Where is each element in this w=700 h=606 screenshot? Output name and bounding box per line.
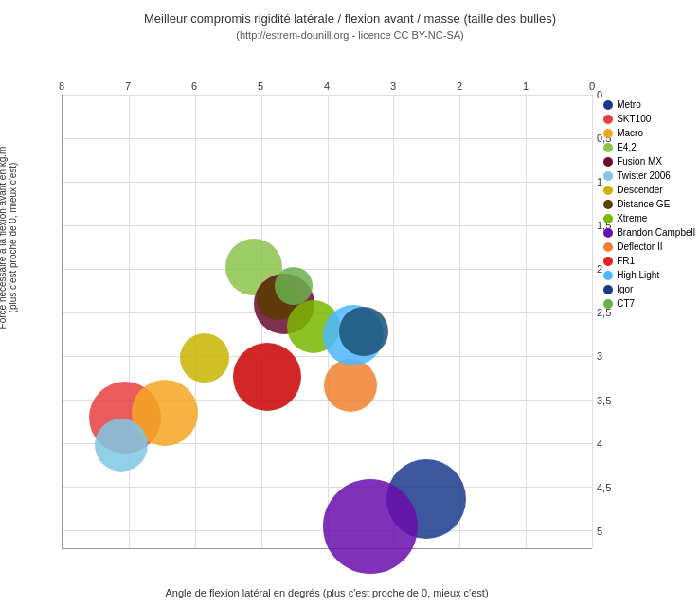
legend-label: SKT100 [617,114,651,124]
legend-dot [603,115,613,124]
legend-item-high-light: High Light [603,270,695,280]
legend-item-metro: Metro [603,99,695,110]
legend-dot [603,257,613,266]
bubble-brandon-campbell [323,479,418,574]
legend-item-deflector-ii: Deflector II [603,241,695,252]
legend-dot [603,299,613,309]
legend-dot [603,129,613,138]
legend-label: Metro [617,99,641,110]
legend-dot [603,285,613,294]
legend-label: Macro [617,128,643,138]
legend-label: Deflector II [617,241,662,252]
legend-label: FR1 [617,256,635,266]
legend-item-twister-2006: Twister 2006 [603,170,695,181]
legend-dot [603,242,613,252]
legend-dot [603,200,613,209]
legend-item-xtreme: Xtreme [603,213,695,223]
y-axis-title: Force necessaire à la flexion avant en k… [0,143,18,332]
legend-dot [603,214,613,223]
legend-label: CT7 [617,298,635,309]
legend-item-ct7: CT7 [603,298,695,309]
bubble-ct7 [275,267,313,305]
legend-dot [603,171,613,181]
chart-container: Meilleur compromis rigidité latérale / f… [0,0,700,606]
legend-label: Igor [617,284,633,294]
legend-item-e4,2: E4,2 [603,142,695,152]
legend: MetroSKT100MacroE4,2Fusion MXTwister 200… [603,99,695,312]
legend-dot [603,271,613,280]
bubble-deflector-ii [324,359,377,412]
legend-item-distance-ge: Distance GE [603,199,695,209]
chart-subtitle: (http://estrem-dounill.org - licence CC … [0,29,700,41]
legend-label: Twister 2006 [617,170,671,181]
legend-dot [603,186,613,195]
legend-label: Descender [617,185,662,195]
x-axis-title: Angle de flexion latéral en degrés (plus… [62,587,592,598]
legend-item-skt100: SKT100 [603,114,695,124]
legend-item-descender: Descender [603,185,695,195]
bubbles-container [62,95,592,549]
legend-label: E4,2 [617,142,637,152]
bubble-descender [180,333,229,383]
legend-item-fusion-mx: Fusion MX [603,156,695,167]
legend-label: High Light [617,270,659,280]
bubble-twister-2006 [95,419,148,472]
legend-item-igor: Igor [603,284,695,294]
chart-title: Meilleur compromis rigidité latérale / f… [0,0,700,29]
legend-label: Xtreme [617,213,647,223]
bubble-igor [339,307,388,356]
legend-label: Fusion MX [617,156,662,167]
legend-dot [603,100,613,110]
legend-label: Distance GE [617,199,670,209]
legend-dot [603,143,613,152]
legend-dot [603,157,613,167]
legend-item-macro: Macro [603,128,695,138]
legend-item-brandon-campbell: Brandon Campbell [603,227,695,238]
legend-item-fr1: FR1 [603,256,695,266]
bubble-fr1 [233,343,301,411]
legend-label: Brandon Campbell [617,227,695,238]
legend-dot [603,228,613,238]
